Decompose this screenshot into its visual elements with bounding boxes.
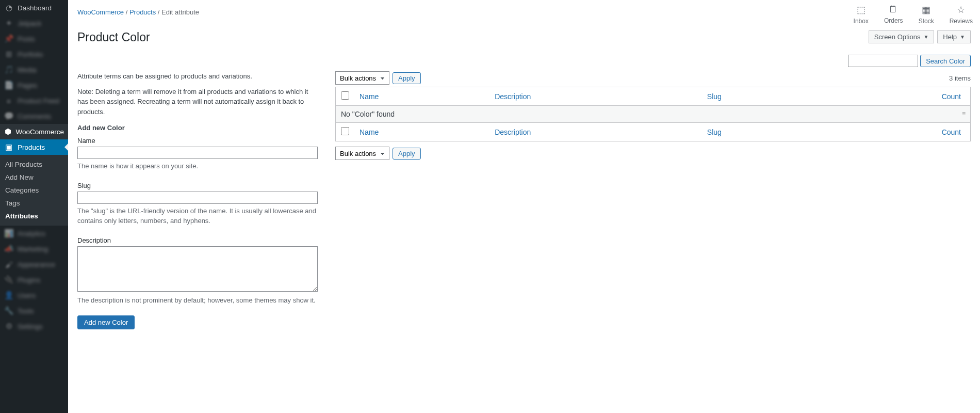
submenu-add-new[interactable]: Add New (0, 171, 68, 184)
submenu-tags[interactable]: Tags (0, 197, 68, 210)
name-input[interactable] (77, 147, 318, 159)
col-count-bottom[interactable]: Count (942, 128, 961, 136)
sidebar-item-tools[interactable]: 🔧Tools (0, 303, 68, 319)
sidebar-item-comments[interactable]: 💬Comments (0, 108, 68, 124)
activity-panel: ⬚Inbox 🗒Orders ▦Stock ☆Reviews (846, 0, 980, 29)
submenu-attributes[interactable]: Attributes (0, 210, 68, 223)
breadcrumb: WooCommerce / Products / Edit attribute (77, 8, 971, 16)
sidebar-item-appearance[interactable]: 🖌Appearance (0, 257, 68, 272)
dashboard-icon: ◔ (4, 3, 13, 12)
search-input[interactable] (848, 55, 918, 67)
add-new-heading: Add new Color (77, 124, 318, 132)
activity-stock[interactable]: ▦Stock (919, 4, 934, 25)
admin-sidebar: ◔Dashboard ✦Jetpack 📌Posts ⊞Portfolio 🎵M… (0, 0, 68, 413)
select-all-bottom[interactable] (341, 127, 349, 135)
sidebar-item-settings[interactable]: ⚙Settings (0, 319, 68, 334)
sidebar-item-productfeed[interactable]: ≡Product Feed (0, 93, 68, 108)
col-count[interactable]: Count (942, 92, 961, 101)
search-button[interactable]: Search Color (920, 55, 971, 67)
breadcrumb-current: Edit attribute (161, 8, 199, 16)
note-text: Note: Deleting a term will remove it fro… (77, 87, 318, 117)
sidebar-item-dashboard[interactable]: ◔Dashboard (0, 0, 68, 15)
inbox-icon: ⬚ (857, 4, 865, 15)
col-name[interactable]: Name (360, 92, 379, 101)
sidebar-item-media[interactable]: 🎵Media (0, 62, 68, 77)
col-description-bottom[interactable]: Description (495, 128, 531, 136)
description-textarea[interactable] (77, 246, 318, 292)
main-content: ⬚Inbox 🗒Orders ▦Stock ☆Reviews WooCommer… (68, 0, 980, 413)
woocommerce-icon: ⬢ (4, 127, 11, 136)
description-help: The description is not prominent by defa… (77, 295, 318, 306)
sidebar-item-portfolio[interactable]: ⊞Portfolio (0, 46, 68, 62)
sidebar-item-marketing[interactable]: 📣Marketing (0, 241, 68, 257)
submenu-all-products[interactable]: All Products (0, 158, 68, 171)
apply-button-bottom[interactable]: Apply (393, 148, 421, 160)
name-help: The name is how it appears on your site. (77, 161, 318, 171)
activity-reviews[interactable]: ☆Reviews (950, 4, 973, 25)
table-empty-row: No "Color" found≡ (336, 106, 971, 123)
star-icon: ☆ (957, 4, 965, 15)
products-submenu: All Products Add New Categories Tags Att… (0, 155, 68, 226)
col-description[interactable]: Description (495, 92, 531, 101)
col-slug[interactable]: Slug (707, 92, 722, 101)
caret-down-icon: ▼ (960, 34, 965, 40)
orders-icon: 🗒 (889, 4, 898, 15)
sidebar-item-users[interactable]: 👤Users (0, 288, 68, 303)
bulk-action-select-top[interactable]: Bulk actions (335, 71, 389, 85)
sidebar-item-posts[interactable]: 📌Posts (0, 31, 68, 46)
intro-text: Attribute terms can be assigned to produ… (77, 71, 318, 82)
page-title: Product Color (77, 30, 150, 44)
items-count: 3 items (949, 74, 971, 82)
sidebar-item-analytics[interactable]: 📊Analytics (0, 226, 68, 241)
add-new-color-button[interactable]: Add new Color (77, 315, 135, 329)
submenu-categories[interactable]: Categories (0, 184, 68, 197)
terms-table: Name Description Slug Count No "Color" f… (335, 87, 971, 141)
sidebar-item-woocommerce[interactable]: ⬢WooCommerce (0, 124, 68, 139)
name-label: Name (77, 137, 318, 145)
apply-button-top[interactable]: Apply (393, 72, 421, 84)
col-slug-bottom[interactable]: Slug (707, 128, 722, 136)
sidebar-item-pages[interactable]: 📄Pages (0, 77, 68, 93)
slug-help: The "slug" is the URL-friendly version o… (77, 206, 318, 226)
sidebar-item-jetpack[interactable]: ✦Jetpack (0, 15, 68, 31)
breadcrumb-products[interactable]: Products (129, 8, 156, 16)
help-button[interactable]: Help▼ (937, 30, 971, 43)
sidebar-item-plugins[interactable]: 🔌Plugins (0, 272, 68, 288)
description-label: Description (77, 236, 318, 244)
products-icon: ▣ (4, 142, 13, 152)
slug-label: Slug (77, 182, 318, 189)
bulk-action-select-bottom[interactable]: Bulk actions (335, 147, 389, 160)
activity-orders[interactable]: 🗒Orders (884, 4, 903, 25)
stock-icon: ▦ (922, 4, 930, 15)
select-all-top[interactable] (341, 91, 349, 100)
slug-input[interactable] (77, 192, 318, 204)
hamburger-icon: ≡ (962, 110, 965, 117)
activity-inbox[interactable]: ⬚Inbox (854, 4, 869, 25)
sidebar-item-products[interactable]: ▣Products (0, 139, 68, 155)
breadcrumb-woocommerce[interactable]: WooCommerce (77, 8, 124, 16)
screen-options-button[interactable]: Screen Options▼ (869, 30, 935, 43)
col-name-bottom[interactable]: Name (360, 128, 379, 136)
caret-down-icon: ▼ (923, 34, 928, 40)
